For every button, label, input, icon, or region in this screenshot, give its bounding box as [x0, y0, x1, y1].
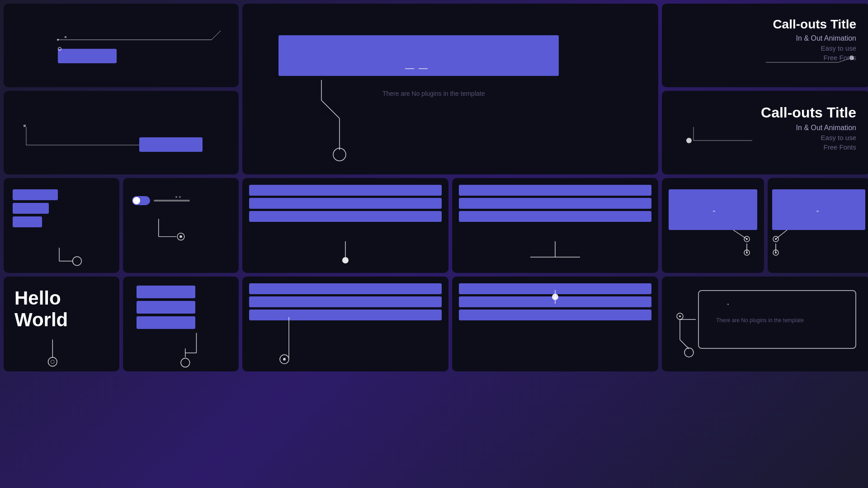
purple-bar-2: [139, 137, 203, 152]
callout-1-line3: Free Fonts: [773, 54, 856, 61]
svg-point-46: [773, 236, 778, 242]
toggle-label-bar: [154, 200, 190, 202]
cell-top-left: [4, 4, 239, 87]
svg-point-30: [342, 257, 349, 263]
bar-tr-3: [459, 211, 651, 222]
cell-row4-left: Hello World: [4, 277, 239, 371]
svg-point-39: [744, 236, 750, 242]
cell-toggle: [123, 178, 239, 273]
svg-line-61: [680, 340, 689, 349]
bars-bl: [249, 283, 442, 320]
cell-callout-1: Call-outs Title In & Out Animation Easy …: [662, 4, 868, 87]
hello-world-label: Hello World: [14, 287, 119, 331]
bars-bracket: [137, 286, 195, 329]
purple-bar-1: [58, 49, 117, 63]
svg-point-49: [773, 250, 778, 255]
svg-point-50: [775, 252, 777, 253]
cell-bars-left: [4, 178, 119, 273]
cell-bars-tl: [242, 178, 448, 273]
bar-tr-1: [459, 185, 651, 196]
callout-2-line2: Easy to use: [761, 134, 856, 141]
callout-1-title: Call-outs Title: [773, 17, 856, 32]
svg-point-62: [677, 313, 683, 319]
bars-group-left: [13, 189, 58, 227]
bar-br-c: [137, 316, 195, 329]
cell-center-4grid: [242, 178, 658, 371]
bar-tl-1: [249, 185, 442, 196]
cell-bars-tr: [452, 178, 658, 273]
callout-1-line1: In & Out Animation: [773, 34, 856, 42]
bar-1: [13, 189, 58, 200]
bar-br-1: [459, 283, 651, 294]
cell-center-large: There are No plugins in the template: [242, 4, 658, 174]
svg-rect-3: [65, 36, 66, 38]
cell-bars-bl: [242, 277, 448, 371]
svg-point-35: [283, 358, 286, 361]
bars-tl: [249, 185, 442, 222]
svg-point-27: [177, 233, 184, 240]
svg-point-24: [73, 257, 82, 266]
bar-bl-2: [249, 296, 442, 307]
cell-bars-bracket: [123, 277, 239, 371]
cell-row3-left: [4, 178, 239, 273]
purple-rect-b: [772, 189, 865, 230]
svg-text:There are No plugins in the te: There are No plugins in the template: [382, 90, 485, 97]
cell-purple-rect-right: [768, 178, 868, 273]
cell-row2-left: [4, 91, 239, 174]
bar-2: [13, 203, 49, 214]
bar-br-2: [459, 296, 651, 307]
toggle-knob: [133, 197, 140, 204]
svg-point-21: [686, 138, 692, 143]
bar-tl-3: [249, 211, 442, 222]
bar-br-b: [137, 301, 195, 314]
svg-point-58: [181, 358, 190, 367]
svg-line-7: [321, 100, 340, 118]
no-plugins-label: There are No plugins in the template: [716, 317, 804, 324]
callout-1-line2: Easy to use: [773, 44, 856, 52]
dots-row: [175, 196, 181, 198]
bar-bl-1: [249, 283, 442, 294]
svg-line-38: [733, 230, 747, 239]
svg-point-42: [744, 250, 750, 255]
svg-point-63: [679, 315, 681, 317]
bar-tl-2: [249, 198, 442, 209]
svg-point-9: [333, 148, 346, 161]
callout-2-title: Call-outs Title: [761, 104, 856, 121]
svg-point-2: [57, 39, 59, 41]
purple-rect-a: [669, 189, 757, 230]
svg-point-43: [746, 252, 748, 253]
svg-line-1: [212, 31, 221, 40]
svg-point-54: [51, 360, 54, 364]
callout-2-line1: In & Out Animation: [761, 124, 856, 132]
svg-line-45: [776, 230, 787, 239]
bar-3: [13, 216, 42, 227]
cell-hello-world: Hello World: [4, 277, 119, 371]
cell-bars-br: [452, 277, 658, 371]
toggle-switch: [132, 196, 150, 205]
bar-tr-2: [459, 198, 651, 209]
bars-tr: [459, 185, 651, 222]
cell-no-plugins: There are No plugins in the template: [662, 277, 868, 371]
bars-br: [459, 283, 651, 320]
callout-2-line3: Free Fonts: [761, 143, 856, 151]
main-grid: There are No plugins in the template Cal…: [0, 0, 868, 488]
purple-bar-main: [278, 35, 559, 76]
cell-row3-right: [662, 178, 868, 273]
cell-purple-rect-left: [662, 178, 764, 273]
svg-point-53: [48, 357, 57, 366]
toggle-area: [132, 196, 190, 205]
svg-point-28: [179, 235, 182, 238]
bar-br-a: [137, 286, 195, 298]
svg-point-47: [775, 238, 777, 240]
bar-br-3: [459, 310, 651, 320]
callout-1-content: Call-outs Title In & Out Animation Easy …: [773, 17, 856, 61]
callout-2-content: Call-outs Title In & Out Animation Easy …: [761, 104, 856, 151]
svg-rect-17: [24, 125, 26, 127]
svg-point-64: [684, 348, 693, 357]
svg-point-34: [280, 355, 289, 364]
bar-bl-3: [249, 310, 442, 320]
svg-point-40: [746, 238, 748, 240]
cell-callout-2: Call-outs Title In & Out Animation Easy …: [662, 91, 868, 174]
dot-1: [58, 47, 61, 51]
